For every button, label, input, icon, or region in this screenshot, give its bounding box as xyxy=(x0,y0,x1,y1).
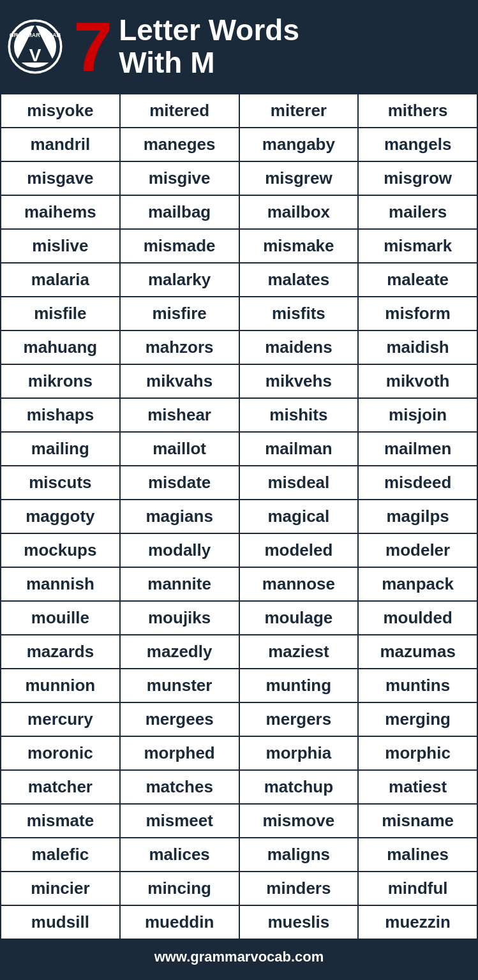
word-cell: moronic xyxy=(1,736,120,770)
word-cell: maillot xyxy=(120,432,239,466)
word-cell: mikvehs xyxy=(239,364,359,398)
word-cell: modeler xyxy=(358,533,477,567)
word-cell: mikvoth xyxy=(358,364,477,398)
word-cell: modally xyxy=(120,533,239,567)
word-cell: malates xyxy=(239,263,359,297)
word-cell: misjoin xyxy=(358,398,477,432)
word-cell: morphic xyxy=(358,736,477,770)
word-cell: maggoty xyxy=(1,500,120,533)
word-cell: mismade xyxy=(120,229,239,263)
word-cell: mishaps xyxy=(1,398,120,432)
word-cell: misname xyxy=(358,804,477,838)
word-cell: mouille xyxy=(1,601,120,635)
word-cell: mazedly xyxy=(120,635,239,669)
word-cell: mailing xyxy=(1,432,120,466)
word-cell: misgrow xyxy=(358,161,477,195)
word-cell: morphed xyxy=(120,736,239,770)
word-cell: malefic xyxy=(1,838,120,872)
word-cell: magians xyxy=(120,500,239,533)
word-cell: mincing xyxy=(120,872,239,905)
word-cell: merging xyxy=(358,702,477,736)
word-cell: minders xyxy=(239,872,359,905)
word-cell: misdate xyxy=(120,466,239,500)
word-cell: mislive xyxy=(1,229,120,263)
table-row: mercurymergeesmergersmerging xyxy=(1,702,477,736)
word-cell: mueslis xyxy=(239,905,359,939)
word-cell: mikvahs xyxy=(120,364,239,398)
word-cell: munting xyxy=(239,669,359,702)
table-row: malariamalarkymalatesmaleate xyxy=(1,263,477,297)
word-cell: maziest xyxy=(239,635,359,669)
word-cell: miscuts xyxy=(1,466,120,500)
word-cell: mazumas xyxy=(358,635,477,669)
word-cell: maihems xyxy=(1,195,120,229)
word-cell: mindful xyxy=(358,872,477,905)
word-cell: manpack xyxy=(358,567,477,601)
table-row: mannishmannitemannosemanpack xyxy=(1,567,477,601)
word-cell: maidish xyxy=(358,330,477,364)
word-cell: mahuang xyxy=(1,330,120,364)
word-cell: malarky xyxy=(120,263,239,297)
table-row: misyokemiteredmiterermithers xyxy=(1,94,477,128)
word-cell: mailbag xyxy=(120,195,239,229)
word-cell: mockups xyxy=(1,533,120,567)
word-cell: mismate xyxy=(1,804,120,838)
grammarvocab-logo: V GRAMMARVOCAB xyxy=(6,18,64,75)
word-cell: mismake xyxy=(239,229,359,263)
word-cell: moulded xyxy=(358,601,477,635)
word-cell: muntins xyxy=(358,669,477,702)
word-cell: mangaby xyxy=(239,128,359,161)
word-cell: matches xyxy=(120,770,239,804)
word-cell: mannite xyxy=(120,567,239,601)
table-row: misgavemisgivemisgrewmisgrow xyxy=(1,161,477,195)
number-display: 7 xyxy=(73,11,112,82)
word-cell: mergees xyxy=(120,702,239,736)
word-cell: mismeet xyxy=(120,804,239,838)
word-cell: mannose xyxy=(239,567,359,601)
word-cell: modeled xyxy=(239,533,359,567)
word-cell: mailmen xyxy=(358,432,477,466)
word-table: misyokemiteredmiterermithersmandrilmaneg… xyxy=(0,93,478,940)
word-cell: mangels xyxy=(358,128,477,161)
word-cell: morphia xyxy=(239,736,359,770)
table-row: mandrilmanegesmangabymangels xyxy=(1,128,477,161)
word-cell: mithers xyxy=(358,94,477,128)
table-row: munnionmunstermuntingmuntins xyxy=(1,669,477,702)
table-row: mikronsmikvahsmikvehsmikvoth xyxy=(1,364,477,398)
word-cell: mueddin xyxy=(120,905,239,939)
table-row: mahuangmahzorsmaidensmaidish xyxy=(1,330,477,364)
word-cell: malines xyxy=(358,838,477,872)
word-cell: maneges xyxy=(120,128,239,161)
word-cell: mailman xyxy=(239,432,359,466)
word-cell: moulage xyxy=(239,601,359,635)
table-row: misfilemisfiremisfitsmisform xyxy=(1,297,477,330)
table-row: mouillemoujiksmoulagemoulded xyxy=(1,601,477,635)
word-cell: matchup xyxy=(239,770,359,804)
table-row: mishapsmishearmishitsmisjoin xyxy=(1,398,477,432)
table-row: matchermatchesmatchupmatiest xyxy=(1,770,477,804)
table-row: mudsillmueddinmueslismuezzin xyxy=(1,905,477,939)
word-cell: maleate xyxy=(358,263,477,297)
page-header: V GRAMMARVOCAB 7 Letter Words With M xyxy=(0,0,478,93)
table-row: moronicmorphedmorphiamorphic xyxy=(1,736,477,770)
word-cell: mismark xyxy=(358,229,477,263)
word-cell: mismove xyxy=(239,804,359,838)
table-row: mislivemismademismakemismark xyxy=(1,229,477,263)
word-cell: misgrew xyxy=(239,161,359,195)
word-cell: magical xyxy=(239,500,359,533)
table-row: mismatemismeetmismovemisname xyxy=(1,804,477,838)
word-cell: mandril xyxy=(1,128,120,161)
word-cell: misyoke xyxy=(1,94,120,128)
word-cell: moujiks xyxy=(120,601,239,635)
svg-text:V: V xyxy=(29,45,41,65)
word-cell: mincier xyxy=(1,872,120,905)
footer: www.grammarvocab.com xyxy=(0,940,478,974)
word-cell: matiest xyxy=(358,770,477,804)
table-row: miscutsmisdatemisdealmisdeed xyxy=(1,466,477,500)
word-cell: mercury xyxy=(1,702,120,736)
word-cell: misfire xyxy=(120,297,239,330)
svg-text:GRAMMARVOCAB: GRAMMARVOCAB xyxy=(10,32,61,38)
word-cell: matcher xyxy=(1,770,120,804)
word-cell: misform xyxy=(358,297,477,330)
table-row: minciermincingmindersmindful xyxy=(1,872,477,905)
